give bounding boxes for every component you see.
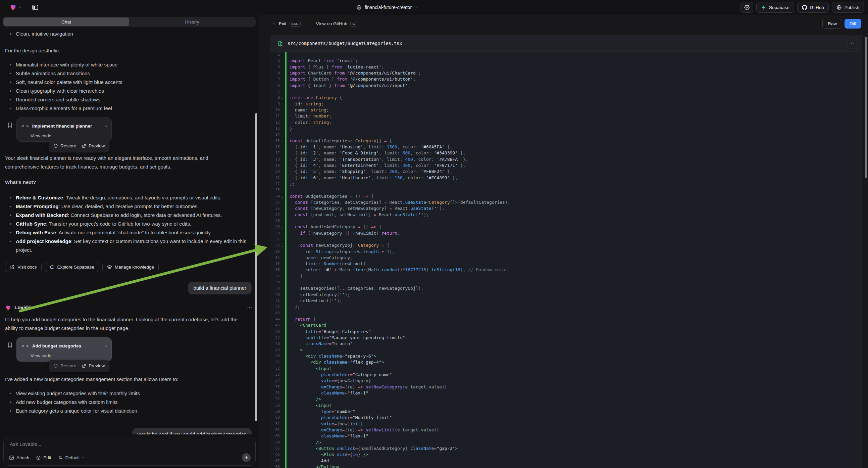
github-button[interactable]: GitHub — [797, 2, 829, 13]
code-line: 33 id: String(categories.length + 1), — [270, 249, 862, 255]
line-number: 43 — [270, 310, 285, 316]
bookmark-icon[interactable] — [7, 122, 13, 128]
list-item: Glass-morphic elements for a premium fee… — [5, 104, 253, 113]
added-list: View existing budget categories with the… — [5, 389, 253, 415]
code-line: 31 — [270, 236, 862, 242]
line-number: 7 — [270, 89, 285, 95]
image-icon — [9, 455, 14, 460]
raw-toggle-button[interactable]: Raw — [823, 19, 842, 29]
list-item: Minimalist interface with plenty of whit… — [5, 60, 253, 69]
supabase-button[interactable]: Supabase — [756, 2, 794, 13]
exit-button[interactable]: Exit ESC — [272, 21, 301, 27]
code-panel: Exit ESC View on GitHub G Raw Diff src/c… — [259, 15, 868, 468]
diff-toggle-button[interactable]: Diff — [844, 19, 861, 29]
project-switcher[interactable]: financial-future-creator — [356, 0, 418, 15]
line-number: 63 — [270, 433, 285, 439]
tab-history[interactable]: History — [129, 18, 255, 26]
code-line: 15⌄const defaultCategories: Category[] =… — [270, 138, 862, 144]
restore-button[interactable]: Restore — [53, 142, 76, 150]
code-line: 57 /> — [270, 396, 862, 402]
code-line: 24⌄const BudgetCategories = () => { — [270, 194, 862, 199]
code-scrollbar-thumb[interactable] — [865, 37, 867, 178]
assistant-name: Lovable — [14, 303, 34, 312]
line-number: 49 — [270, 347, 285, 353]
restore-button[interactable]: Restore — [53, 361, 76, 370]
chevron-right-icon: › — [105, 342, 107, 351]
code-line: 16 { id: '1', name: 'Housing', limit: 15… — [270, 144, 862, 150]
lovable-logo-menu[interactable] — [9, 4, 22, 11]
design-list: Minimalist interface with plenty of whit… — [5, 60, 253, 113]
fold-chevron-icon[interactable]: ⌄ — [280, 242, 285, 248]
bookmark-icon[interactable] — [7, 342, 13, 348]
mode-selector[interactable]: Default — [58, 455, 85, 460]
publish-button[interactable]: Publish — [832, 2, 864, 13]
code-line: 49 > — [270, 347, 862, 353]
code-line: 7 — [270, 89, 862, 95]
code-line: 50 <div className="space-y-6"> — [270, 353, 862, 359]
line-number: 50 — [270, 353, 285, 359]
assistant-message: I'll help you add budget categories to t… — [5, 315, 243, 333]
line-number: 28 — [270, 218, 285, 224]
chevron-up-icon — [850, 41, 855, 46]
explore-supabase-button[interactable]: Explore Supabase — [45, 262, 99, 272]
code-line: 52 <Input — [270, 365, 862, 372]
code-line: 44 return ( — [270, 316, 862, 322]
line-number: 33 — [270, 249, 285, 255]
line-number: 58 — [270, 403, 285, 409]
fold-chevron-icon[interactable]: ⌄ — [280, 138, 285, 144]
visit-docs-button[interactable]: Visit docs — [5, 262, 41, 272]
code-line: 29⌄ const handleAddCategory = () => { — [270, 224, 862, 230]
view-on-github-button[interactable]: View on GitHub G — [316, 21, 357, 27]
fold-chevron-icon[interactable]: ⌄ — [280, 95, 285, 101]
top-list: Clean, intuitive navigation — [5, 30, 253, 38]
code-line: 27 const [newLimit, setNewLimit] = React… — [270, 212, 862, 218]
line-number: 15⌄ — [270, 138, 285, 144]
preview-button[interactable]: Preview — [82, 142, 105, 150]
fold-chevron-icon[interactable]: ⌄ — [280, 224, 285, 230]
code-line: 37 }; — [270, 273, 862, 279]
external-link-icon — [82, 144, 86, 148]
collapse-file-button[interactable] — [846, 38, 858, 49]
code-tag-icon: < > — [22, 342, 29, 351]
view-code-link[interactable]: View code — [31, 133, 107, 139]
code-line: 46 title="Budget Categories" — [270, 329, 862, 335]
code-line: 12 color: string; — [270, 119, 862, 125]
list-item: Soft, neutral color palette with light b… — [5, 78, 253, 87]
code-line: 51 <div className="flex gap-4"> — [270, 359, 862, 365]
line-number: 65 — [270, 445, 285, 451]
line-number: 9 — [270, 101, 285, 107]
file-header[interactable]: src/components/budget/BudgetCategories.t… — [270, 35, 862, 52]
message-menu-button[interactable]: ⋯ — [247, 303, 253, 312]
chevron-right-icon: › — [105, 122, 107, 130]
line-number: 18 — [270, 156, 285, 163]
send-button[interactable] — [242, 453, 251, 462]
fold-chevron-icon[interactable]: ⌄ — [280, 194, 285, 199]
view-code-link[interactable]: View code — [31, 352, 107, 359]
code-line: 54 value={newCategory} — [270, 378, 862, 384]
sidebar-toggle-icon[interactable] — [32, 4, 39, 11]
code-line: 67 Add — [270, 458, 862, 464]
code-line: 58 <Input — [270, 403, 862, 409]
chat-input[interactable] — [10, 441, 249, 447]
list-item: Master Prompting: Use clear, detailed, a… — [5, 202, 253, 211]
tab-chat[interactable]: Chat — [3, 18, 129, 26]
version-card-implement-financial-planner[interactable]: < > Implement financial planner › View c… — [17, 117, 112, 142]
line-number: 32⌄ — [270, 242, 285, 248]
chevron-down-icon — [415, 6, 418, 9]
manage-knowledge-button[interactable]: Manage knowledge — [102, 262, 159, 272]
code-line: 1 — [270, 52, 862, 58]
preview-button[interactable]: Preview — [82, 361, 105, 370]
lovable-heart-icon — [5, 304, 11, 311]
attach-button[interactable]: Attach — [9, 455, 29, 460]
code-line: 63 className="flex-1" — [270, 433, 862, 439]
settings-button[interactable] — [741, 2, 753, 13]
edit-button[interactable]: Edit — [36, 455, 51, 460]
line-number: 37 — [270, 273, 285, 279]
restore-preview-bar: Restore Preview — [49, 140, 110, 152]
line-number: 19 — [270, 163, 285, 169]
globe-icon — [356, 5, 362, 10]
chat-scrollbar-thumb[interactable] — [255, 113, 257, 421]
supabase-label: Supabase — [769, 5, 789, 10]
whats-next-list: Refine & Customize: Tweak the design, an… — [5, 194, 253, 255]
version-card-add-budget-categories[interactable]: < > Add budget categories › View code — [17, 338, 112, 361]
